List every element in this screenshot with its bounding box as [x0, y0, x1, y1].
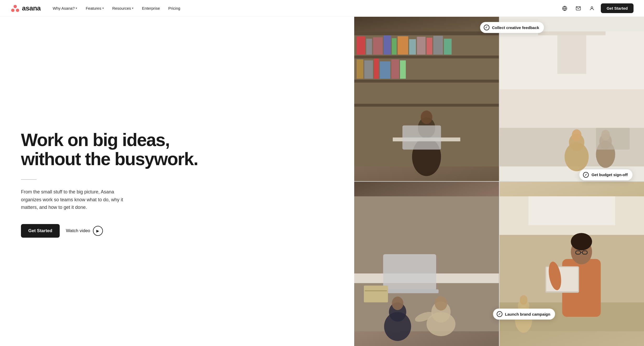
svg-rect-36: [557, 35, 586, 74]
svg-rect-8: [354, 55, 499, 58]
chevron-down-icon: ▾: [76, 7, 77, 10]
svg-point-56: [435, 296, 447, 310]
svg-rect-13: [373, 37, 383, 54]
hero-image-top-left: [354, 17, 499, 181]
hero-headline: Work on big ideas, without the busywork.: [21, 130, 338, 169]
watch-video-button[interactable]: Watch video ▶: [66, 226, 103, 236]
svg-rect-24: [374, 58, 379, 79]
hero-section: Work on big ideas, without the busywork.…: [0, 17, 644, 346]
hero-subtext: From the small stuff to the big picture,…: [21, 188, 131, 211]
navbar: asana Why Asana? ▾ Features ▾ Resources …: [0, 0, 644, 17]
logo-icon: [10, 4, 20, 13]
nav-enterprise[interactable]: Enterprise: [138, 4, 163, 13]
chevron-down-icon: ▾: [132, 7, 134, 10]
check-icon-collect: ✓: [484, 25, 489, 30]
play-icon: ▶: [93, 226, 103, 236]
chevron-down-icon: ▾: [102, 7, 104, 10]
svg-rect-10: [354, 104, 499, 107]
mail-icon: [576, 6, 581, 11]
svg-point-1: [11, 8, 15, 12]
nav-right: Get Started: [560, 3, 634, 13]
task-pill-collect: ✓ Collect creative feedback: [480, 22, 544, 33]
svg-rect-7: [354, 31, 499, 35]
svg-rect-14: [384, 35, 391, 55]
svg-rect-49: [364, 286, 388, 302]
svg-rect-25: [380, 61, 391, 79]
svg-rect-17: [409, 39, 416, 55]
svg-rect-47: [383, 254, 436, 290]
hero-cta: Get Started Watch video ▶: [21, 224, 338, 238]
svg-rect-48: [381, 289, 438, 293]
svg-rect-27: [400, 60, 406, 79]
mail-button[interactable]: [574, 4, 583, 13]
nav-pricing[interactable]: Pricing: [165, 4, 184, 13]
get-started-hero-button[interactable]: Get Started: [21, 224, 60, 238]
svg-rect-16: [398, 36, 408, 55]
logo-link[interactable]: asana: [10, 4, 41, 13]
globe-icon: [562, 6, 567, 11]
get-started-nav-button[interactable]: Get Started: [601, 3, 634, 13]
svg-rect-22: [357, 59, 363, 79]
hero-image-top-right: [499, 17, 644, 181]
hero-right: ✓ Collect creative feedback ✓ Get budget…: [354, 17, 644, 346]
svg-rect-12: [366, 39, 372, 55]
svg-rect-32: [402, 125, 441, 149]
svg-point-2: [16, 8, 19, 12]
svg-rect-35: [538, 31, 606, 35]
office-light-svg: [499, 17, 644, 181]
svg-rect-18: [417, 37, 425, 54]
svg-point-30: [421, 110, 432, 124]
desk-scene-svg: [354, 182, 499, 346]
svg-point-73: [520, 295, 527, 305]
nav-why-asana[interactable]: Why Asana? ▾: [49, 4, 81, 13]
logo-text: asana: [22, 4, 41, 12]
hero-image-bottom-left: [354, 182, 499, 346]
svg-point-64: [571, 233, 592, 250]
svg-point-5: [591, 7, 593, 8]
svg-point-53: [392, 297, 403, 310]
hero-divider: [21, 179, 37, 180]
svg-rect-9: [354, 80, 499, 82]
office-scene-svg: [354, 17, 499, 181]
svg-rect-11: [357, 36, 365, 55]
svg-point-40: [572, 129, 581, 141]
svg-rect-23: [364, 60, 373, 79]
check-icon-launch: ✓: [497, 311, 502, 317]
hero-image-bottom-right: [499, 182, 644, 346]
svg-rect-44: [596, 128, 630, 150]
user-button[interactable]: [587, 4, 597, 13]
hero-left: Work on big ideas, without the busywork.…: [0, 17, 354, 346]
task-pill-budget: ✓ Get budget sign-off: [579, 169, 632, 180]
user-icon: [589, 6, 595, 11]
nav-resources[interactable]: Resources ▾: [109, 4, 137, 13]
svg-rect-60: [528, 196, 615, 225]
svg-rect-20: [433, 36, 443, 55]
svg-rect-26: [391, 59, 399, 79]
nav-features[interactable]: Features ▾: [82, 4, 107, 13]
standing-person-svg: [499, 182, 644, 346]
svg-rect-50: [365, 290, 387, 291]
svg-rect-21: [444, 39, 452, 55]
globe-button[interactable]: [560, 4, 569, 13]
check-icon-budget: ✓: [583, 172, 589, 178]
nav-links: Why Asana? ▾ Features ▾ Resources ▾ Ente…: [49, 4, 184, 13]
svg-rect-19: [426, 38, 432, 54]
task-pill-launch: ✓ Launch brand campaign: [493, 309, 555, 320]
svg-point-0: [14, 5, 17, 8]
svg-rect-15: [392, 38, 397, 55]
